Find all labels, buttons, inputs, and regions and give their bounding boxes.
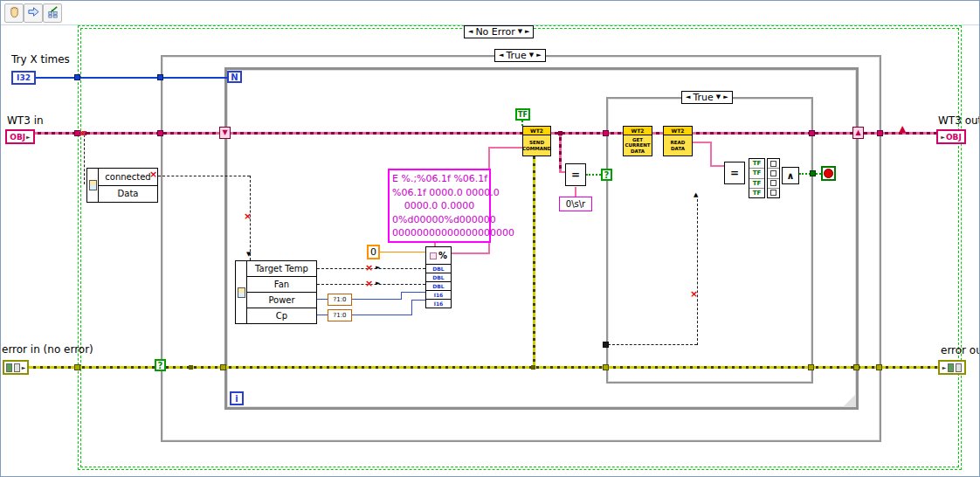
forward-arrow-icon [27,5,40,22]
terminal-arrow-icon: ► [26,135,31,140]
case-selector-value: True [693,92,713,103]
wire-junction [189,365,193,370]
build-array-slot [768,189,779,197]
case-selector-terminal[interactable]: ? [601,169,612,181]
format-string-constant[interactable]: E %.;%06.1f %06.1f %06.1f 0000.0 0000.0 … [388,169,491,243]
numeric-wire-segment [317,315,328,315]
true-constant[interactable]: TF [515,108,530,121]
string-constant[interactable]: 0\s\r [559,197,592,211]
unbundle-row[interactable]: Target Temp [247,261,316,277]
loop-iteration-terminal[interactable]: i [230,391,244,405]
loop-condition-terminal[interactable] [821,166,836,181]
string-wire-segment [693,142,712,143]
equal-node[interactable]: = [724,162,745,184]
error-in-terminal[interactable]: ► [3,360,29,375]
error-out-terminal[interactable]: ► [938,360,966,375]
error-case-selector[interactable]: ◄ No Error ▼ ► [464,25,534,38]
format-into-string-node[interactable]: % [425,246,452,265]
true-case-selector[interactable]: ◄ True ▼ ► [494,49,546,62]
object-wire-segment [559,135,562,172]
cluster-input-strip [236,261,247,323]
wire-direction-icon: ▲ [694,192,698,198]
integer-wire-segment [36,77,227,79]
unbundle-row[interactable]: Cp [247,308,316,323]
case-next-arrow-icon[interactable]: ► [536,52,541,59]
node-label: SEND COMMAND [523,135,550,156]
node-header: WT2 [624,127,652,135]
numeric-wire-segment [411,300,425,301]
case-prev-arrow-icon[interactable]: ◄ [468,29,473,35]
numeric-wire-segment [352,315,412,315]
structure-resize-corner[interactable] [843,394,856,407]
boolean-array-constant[interactable]: TF TF TF TF [749,158,765,198]
get-current-data-node[interactable]: WT2 GET CURRENT DATA [623,126,652,156]
for-loop-border [224,67,859,410]
build-array-node[interactable] [767,158,780,198]
forward-arrow-button[interactable] [24,3,43,23]
unbundle-connected-node[interactable]: connected Data [86,168,158,203]
boolean-wire-segment [586,174,601,176]
boolean-to-number-node[interactable]: ?1:0 [328,294,352,306]
read-data-node[interactable]: WT2 READ DATA [663,126,693,156]
step-grid-button[interactable] [43,3,62,23]
tunnel [603,130,609,136]
wt3-in-label: WT3 in [7,114,44,127]
case-dropdown-icon[interactable]: ▼ [716,94,721,100]
format-icon-decoration [430,252,437,259]
unbundle-row[interactable]: Data [99,186,157,203]
string-wire-segment [488,147,522,149]
broken-wire-segment [697,199,698,345]
case-prev-arrow-icon[interactable]: ◄ [686,94,690,100]
broken-wire-segment [608,344,697,345]
wire-direction-icon: ► [376,265,380,271]
case-dropdown-icon[interactable]: ▼ [518,29,522,35]
format-input-row[interactable]: I16 [425,299,452,308]
unbundle-row[interactable]: Power [247,293,316,308]
inner-case-selector[interactable]: ◄ True ▼ ► [681,91,733,104]
case-next-arrow-icon[interactable]: ► [723,94,728,100]
tunnel [810,170,816,176]
tunnel [809,130,815,136]
case-selector-terminal[interactable]: ? [155,359,166,371]
cluster-icon [89,180,97,190]
tunnel [220,364,226,370]
obj-in-terminal[interactable]: OBJ ► [5,129,35,144]
unbundle-data-node[interactable]: Target Temp Fan Power Cp [235,260,317,324]
unbundle-row[interactable]: connected [99,169,157,186]
equal-node[interactable]: = [565,163,586,186]
tunnel [853,364,859,370]
wire-junction [531,365,535,370]
shift-register-up-icon: ▲ [855,129,860,136]
hand-tool-button[interactable] [4,3,24,23]
node-label: GET CURRENT DATA [624,135,652,156]
send-command-node[interactable]: WT2 SEND COMMAND [522,126,551,156]
i32-control-terminal[interactable]: I32 [11,71,36,85]
broken-wire-x-icon: × [690,289,698,299]
boolean-array-element[interactable]: TF [749,159,764,169]
case-prev-arrow-icon[interactable]: ◄ [499,52,503,59]
boolean-to-number-node[interactable]: ?1:0 [328,309,352,321]
shift-register-left[interactable]: ▼ [219,127,231,139]
and-array-elements-node[interactable]: ∧ [782,167,799,184]
numeric-wire-segment [401,292,425,293]
boolean-array-element[interactable]: TF [749,169,764,178]
boolean-array-element[interactable]: TF [749,189,764,197]
shift-register-right[interactable]: ▲ [852,127,864,139]
boolean-array-element[interactable]: TF [749,179,764,189]
zero-constant[interactable]: 0 [367,245,380,259]
error-cluster-code-icon [14,363,20,372]
loop-count-terminal[interactable]: N [227,71,242,83]
broken-wire-x-icon: × [79,128,86,138]
tunnel [877,130,883,136]
format-string-line: 0000.0 0.0000 [392,199,487,213]
case-next-arrow-icon[interactable]: ► [525,29,529,35]
case-dropdown-icon[interactable]: ▼ [529,52,534,59]
shift-register-down-icon: ▼ [222,129,227,136]
obj-out-terminal[interactable]: ► OBJ [936,129,966,144]
broken-wire-x-icon: × [365,263,373,273]
tunnel [603,342,609,348]
step-grid-icon [46,5,59,22]
unbundle-row[interactable]: Fan [247,277,316,293]
tunnel [74,74,80,80]
labview-block-diagram-window: ◄ No Error ▼ ► ◄ True ▼ ► ◄ True ▼ ► Try… [0,0,980,477]
